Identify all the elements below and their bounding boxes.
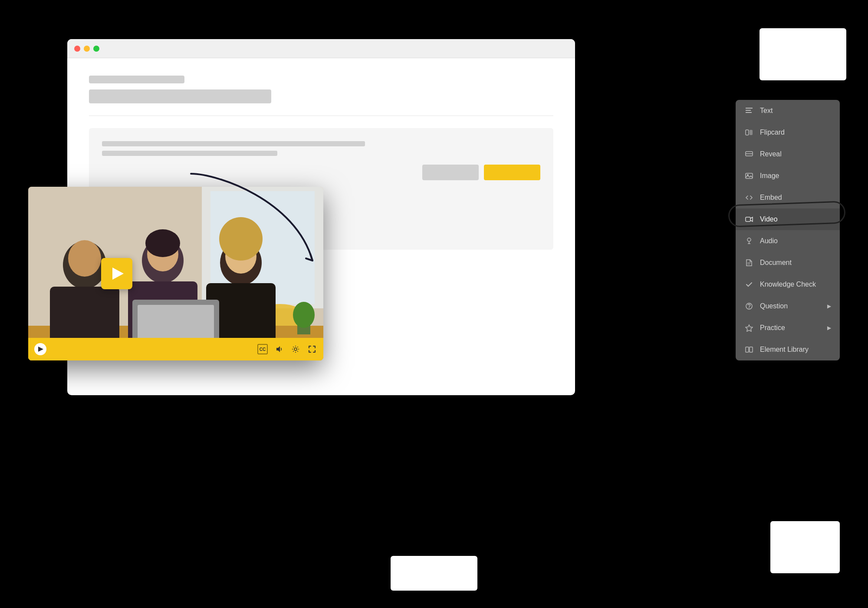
svg-point-20 <box>293 302 315 328</box>
svg-rect-41 <box>746 347 749 352</box>
menu-item-text-label: Text <box>760 107 773 115</box>
menu-item-document-label: Document <box>760 259 792 267</box>
menu-item-text[interactable]: Text <box>736 100 840 122</box>
browser-titlebar <box>67 39 575 58</box>
check-icon <box>744 280 754 289</box>
video-controls[interactable]: CC <box>28 338 323 360</box>
video-icon <box>744 215 754 224</box>
menu-item-knowledge-check[interactable]: Knowledge Check <box>736 274 840 295</box>
document-icon <box>744 258 754 268</box>
menu-item-image[interactable]: Image <box>736 165 840 187</box>
title-placeholder <box>89 76 184 83</box>
question-arrow-icon: ▶ <box>827 303 831 309</box>
question-icon <box>744 301 754 311</box>
practice-icon <box>744 323 754 333</box>
svg-point-15 <box>219 217 263 261</box>
svg-point-22 <box>294 348 297 350</box>
menu-item-image-label: Image <box>760 172 779 180</box>
divider-1 <box>89 116 553 116</box>
svg-rect-32 <box>746 217 750 221</box>
menu-item-element-library[interactable]: Element Library <box>736 339 840 360</box>
library-icon <box>744 345 754 354</box>
content-bar-1 <box>102 141 365 146</box>
button-row <box>102 165 540 180</box>
captions-icon[interactable]: CC <box>257 344 268 354</box>
svg-rect-30 <box>746 173 753 178</box>
svg-rect-26 <box>746 130 749 135</box>
video-player[interactable]: CC <box>28 187 323 360</box>
image-icon <box>744 171 754 181</box>
video-background <box>28 187 323 360</box>
svg-marker-40 <box>746 325 753 331</box>
play-button[interactable] <box>101 258 132 289</box>
svg-rect-27 <box>750 130 753 135</box>
svg-point-11 <box>145 229 180 257</box>
white-patch-bottom-center <box>391 556 477 591</box>
menu-item-audio[interactable]: Audio <box>736 230 840 252</box>
settings-icon[interactable] <box>290 344 301 354</box>
svg-rect-24 <box>746 110 751 111</box>
svg-marker-21 <box>276 346 280 352</box>
btn-yellow-1[interactable] <box>484 165 540 180</box>
dropdown-menu: Text Flipcard Reveal Image Embed <box>736 100 840 360</box>
reveal-icon <box>744 149 754 159</box>
ctrl-play-button[interactable] <box>34 343 46 355</box>
menu-item-embed-label: Embed <box>760 194 782 202</box>
fullscreen-icon[interactable] <box>307 344 317 354</box>
menu-item-knowledge-check-label: Knowledge Check <box>760 281 816 288</box>
svg-rect-23 <box>746 108 753 109</box>
menu-item-reveal[interactable]: Reveal <box>736 143 840 165</box>
close-button[interactable] <box>74 46 80 52</box>
menu-item-question-label: Question <box>760 302 788 310</box>
menu-item-question[interactable]: Question ▶ <box>736 295 840 317</box>
practice-arrow-icon: ▶ <box>827 325 831 331</box>
btn-gray-1[interactable] <box>422 165 479 180</box>
menu-item-library-label: Element Library <box>760 346 809 354</box>
video-scene-svg <box>28 187 323 360</box>
svg-point-7 <box>68 240 101 277</box>
ctrl-icons-group: CC <box>257 344 317 354</box>
svg-point-39 <box>749 307 750 308</box>
text-icon <box>744 106 754 116</box>
flipcard-icon <box>744 128 754 137</box>
minimize-button[interactable] <box>84 46 90 52</box>
content-bar-2 <box>102 151 277 156</box>
maximize-button[interactable] <box>93 46 99 52</box>
menu-item-practice-label: Practice <box>760 324 785 332</box>
menu-item-video[interactable]: Video <box>736 208 840 230</box>
menu-item-document[interactable]: Document <box>736 252 840 274</box>
menu-item-flipcard-label: Flipcard <box>760 129 785 136</box>
svg-rect-42 <box>750 347 753 352</box>
volume-icon[interactable] <box>274 344 284 354</box>
svg-rect-25 <box>746 112 752 113</box>
ctrl-play-icon <box>38 347 43 352</box>
play-icon <box>112 268 124 280</box>
audio-icon <box>744 236 754 246</box>
menu-item-audio-label: Audio <box>760 237 778 245</box>
white-patch-top-right <box>760 28 846 80</box>
menu-item-embed[interactable]: Embed <box>736 187 840 208</box>
menu-item-practice[interactable]: Practice ▶ <box>736 317 840 339</box>
white-patch-bottom-right <box>770 521 840 573</box>
embed-icon <box>744 193 754 202</box>
subtitle-placeholder <box>89 89 271 103</box>
menu-item-flipcard[interactable]: Flipcard <box>736 122 840 143</box>
svg-point-33 <box>747 238 751 241</box>
scene: CC Text Flipcard <box>0 0 868 608</box>
menu-item-video-label: Video <box>760 215 778 223</box>
menu-item-reveal-label: Reveal <box>760 150 782 158</box>
